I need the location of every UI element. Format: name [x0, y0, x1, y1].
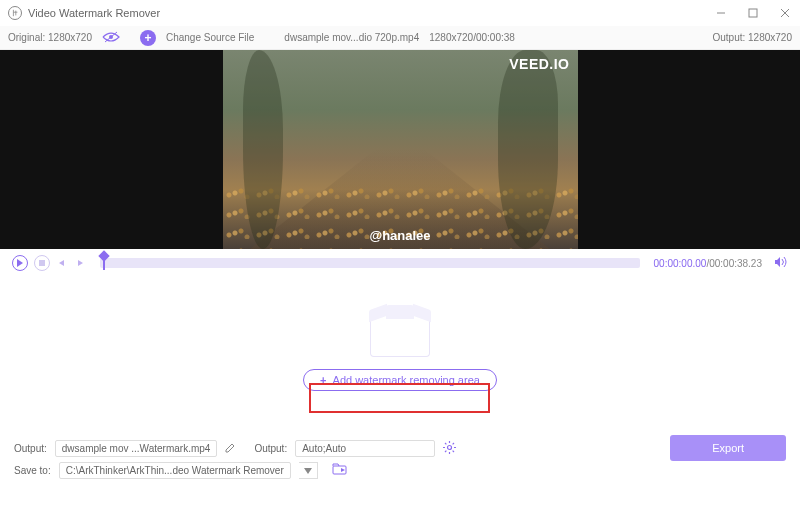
svg-rect-1	[749, 9, 757, 17]
add-watermark-area-button[interactable]: + Add watermark removing area	[303, 369, 497, 391]
volume-icon[interactable]	[774, 254, 788, 272]
watermark-areas-panel: + Add watermark removing area	[0, 277, 800, 429]
saveto-label: Save to:	[14, 465, 51, 476]
video-preview-area: VEED.IO @hanalee	[0, 50, 800, 249]
settings-gear-icon[interactable]	[443, 441, 456, 456]
time-duration: /00:00:38.23	[706, 258, 762, 269]
play-button-icon[interactable]	[12, 255, 28, 271]
maximize-icon[interactable]	[746, 6, 760, 20]
edit-filename-icon[interactable]	[225, 442, 236, 455]
output-resolution-label: Output: 1280x720	[712, 32, 792, 43]
close-icon[interactable]	[778, 6, 792, 20]
titlebar: Video Watermark Remover	[0, 0, 800, 26]
svg-point-8	[448, 445, 452, 449]
video-frame[interactable]: VEED.IO @hanalee	[223, 50, 578, 249]
open-folder-icon[interactable]	[332, 463, 347, 477]
output-format-label: Output:	[254, 443, 287, 454]
svg-marker-11	[341, 468, 345, 472]
app-title: Video Watermark Remover	[28, 7, 714, 19]
playhead-icon[interactable]	[100, 252, 108, 270]
player-controls: 00:00:00.00/00:00:38.23	[0, 249, 800, 277]
output-filename-field[interactable]: dwsample mov ...Watermark.mp4	[55, 440, 218, 457]
source-filename: dwsample mov...dio 720p.mp4	[284, 32, 419, 43]
stop-button-icon[interactable]	[34, 255, 50, 271]
ribbon-center: + Change Source File dwsample mov...dio …	[120, 30, 713, 46]
info-ribbon: Original: 1280x720 + Change Source File …	[0, 26, 800, 50]
saveto-dropdown-icon[interactable]	[299, 462, 318, 479]
ribbon-left: Original: 1280x720	[8, 31, 120, 45]
svg-marker-6	[17, 259, 23, 267]
window-controls	[714, 6, 792, 20]
time-current: 00:00:00.00	[654, 258, 707, 269]
svg-marker-9	[304, 468, 312, 474]
app-icon	[8, 6, 22, 20]
change-source-label[interactable]: Change Source File	[166, 32, 254, 43]
time-display: 00:00:00.00/00:00:38.23	[654, 258, 762, 269]
watermark-brand: VEED.IO	[509, 56, 569, 72]
saveto-field[interactable]: C:\ArkThinker\ArkThin...deo Watermark Re…	[59, 462, 291, 479]
footer-row-2: Save to: C:\ArkThinker\ArkThin...deo Wat…	[14, 459, 786, 481]
original-label: Original: 1280x720	[8, 32, 92, 43]
minimize-icon[interactable]	[714, 6, 728, 20]
add-source-icon[interactable]: +	[140, 30, 156, 46]
mark-in-icon[interactable]	[56, 257, 68, 269]
plus-icon: +	[320, 374, 326, 386]
footer: Output: dwsample mov ...Watermark.mp4 Ou…	[0, 429, 800, 489]
footer-row-1: Output: dwsample mov ...Watermark.mp4 Ou…	[14, 437, 786, 459]
svg-rect-7	[39, 260, 45, 266]
add-watermark-label: Add watermark removing area	[333, 374, 480, 386]
source-fileinfo: 1280x720/00:00:38	[429, 32, 515, 43]
mark-out-icon[interactable]	[74, 257, 86, 269]
output-file-label: Output:	[14, 443, 47, 454]
inbox-icon	[370, 315, 430, 357]
output-format-field[interactable]: Auto;Auto	[295, 440, 435, 457]
preview-eye-icon[interactable]	[102, 31, 120, 45]
timeline[interactable]	[100, 258, 640, 268]
export-button[interactable]: Export	[670, 435, 786, 461]
watermark-credit: @hanalee	[369, 228, 430, 243]
